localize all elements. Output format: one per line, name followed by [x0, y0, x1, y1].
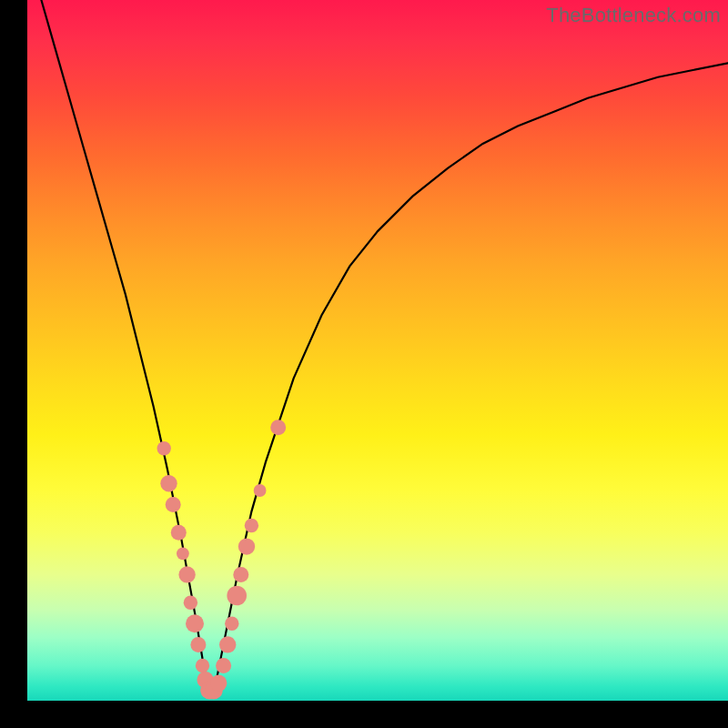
data-point — [225, 617, 238, 631]
data-point — [166, 497, 181, 512]
data-point — [219, 636, 236, 652]
data-point — [190, 637, 206, 652]
data-point — [216, 658, 231, 673]
data-point — [233, 567, 248, 582]
data-point — [186, 614, 204, 632]
data-point — [177, 547, 189, 560]
data-point — [196, 659, 209, 672]
data-point — [184, 596, 197, 610]
data-point — [227, 586, 247, 606]
data-point — [171, 525, 187, 541]
data-point — [238, 538, 255, 554]
data-point — [245, 519, 258, 532]
data-point — [254, 484, 267, 497]
chart-svg — [27, 0, 728, 701]
data-point — [178, 566, 195, 582]
chart-frame: TheBottleneck.com — [0, 0, 728, 728]
data-point — [157, 441, 171, 455]
plot-area — [27, 0, 728, 701]
data-point — [210, 675, 227, 692]
bottleneck-curve — [41, 0, 728, 693]
data-point — [160, 475, 177, 491]
watermark-text: TheBottleneck.com — [546, 4, 721, 27]
data-point — [270, 420, 286, 435]
